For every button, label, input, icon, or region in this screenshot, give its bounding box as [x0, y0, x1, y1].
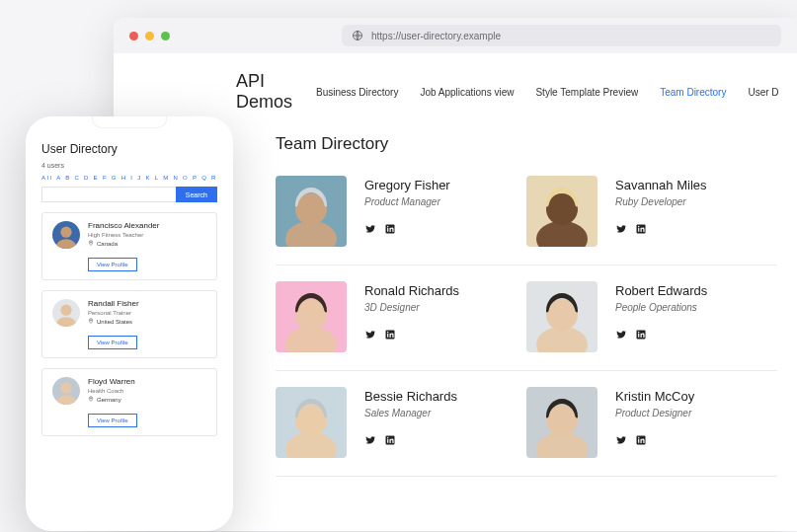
browser-toolbar: https://user-directory.example: [114, 18, 797, 53]
member-name: Kristin McCoy: [615, 389, 694, 404]
linkedin-icon[interactable]: [635, 432, 647, 450]
member-name: Robert Edwards: [615, 283, 707, 298]
svg-point-48: [90, 398, 91, 399]
user-role: Health Coach: [88, 388, 206, 394]
member-role: Product Manager: [364, 196, 450, 207]
twitter-icon[interactable]: [364, 327, 376, 344]
user-role: Personal Trainer: [88, 310, 206, 316]
member-photo: [276, 387, 347, 458]
member-name: Bessie Richards: [364, 389, 457, 404]
user-list: Francisco Alexander High Fitness Teacher…: [41, 212, 217, 436]
svg-rect-29: [387, 439, 388, 443]
view-profile-button[interactable]: View Profile: [88, 258, 137, 271]
mobile-page-title: User Directory: [41, 142, 217, 156]
svg-point-40: [90, 242, 91, 243]
member-photo: [526, 176, 598, 247]
svg-rect-17: [387, 334, 388, 338]
user-name: Randall Fisher: [88, 299, 206, 308]
svg-point-12: [638, 226, 639, 227]
svg-point-18: [387, 332, 388, 333]
alpha-filter[interactable]: All A B C D E F G H I J K L M N O P Q R …: [41, 175, 217, 181]
svg-point-42: [60, 305, 71, 316]
svg-rect-5: [387, 228, 388, 232]
team-member: Gregory Fisher Product Manager: [276, 176, 526, 266]
user-location: Canada: [88, 240, 206, 247]
svg-point-36: [638, 437, 639, 438]
close-window-icon[interactable]: [129, 32, 138, 40]
user-location: United States: [88, 318, 206, 325]
main-nav: Business Directory Job Applications view…: [316, 87, 779, 98]
maximize-window-icon[interactable]: [161, 32, 170, 40]
nav-user-directory[interactable]: User D: [748, 87, 778, 98]
address-bar[interactable]: https://user-directory.example: [342, 25, 781, 46]
url-text: https://user-directory.example: [371, 31, 501, 41]
user-name: Francisco Alexander: [88, 221, 206, 230]
page-title: Team Directory: [276, 134, 777, 154]
mobile-device: User Directory 4 users All A B C D E F G…: [26, 116, 233, 531]
brand-title: API Demos: [236, 71, 292, 113]
user-card: Francisco Alexander High Fitness Teacher…: [41, 212, 217, 280]
avatar: [52, 299, 80, 327]
member-photo: [276, 281, 347, 352]
member-role: Sales Manager: [364, 408, 457, 418]
team-grid: Gregory Fisher Product Manager Savannah …: [276, 176, 777, 493]
member-photo: [526, 281, 598, 352]
user-card: Floyd Warren Health Coach Germany View P…: [41, 368, 217, 436]
member-role: People Operations: [615, 302, 707, 313]
linkedin-icon[interactable]: [635, 221, 647, 239]
nav-business-directory[interactable]: Business Directory: [316, 87, 398, 98]
avatar: [52, 221, 80, 249]
user-count: 4 users: [41, 162, 217, 169]
avatar: [52, 377, 80, 405]
pin-icon: [88, 240, 94, 247]
svg-point-44: [90, 320, 91, 321]
member-photo: [276, 176, 347, 247]
twitter-icon[interactable]: [364, 432, 376, 450]
view-profile-button[interactable]: View Profile: [88, 336, 137, 349]
nav-team-directory[interactable]: Team Directory: [660, 87, 726, 98]
view-profile-button[interactable]: View Profile: [88, 414, 137, 427]
team-member: Kristin McCoy Product Designer: [526, 387, 777, 477]
pin-icon: [88, 318, 94, 325]
team-member: Bessie Richards Sales Manager: [276, 387, 526, 477]
twitter-icon[interactable]: [615, 221, 627, 239]
nav-job-applications[interactable]: Job Applications view: [420, 87, 514, 98]
svg-point-38: [60, 227, 71, 238]
svg-point-46: [60, 383, 71, 394]
member-name: Ronald Richards: [364, 283, 459, 298]
nav-style-template[interactable]: Style Template Preview: [535, 87, 638, 98]
svg-point-30: [387, 437, 388, 438]
search-input[interactable]: [41, 187, 176, 202]
member-role: Ruby Developer: [615, 196, 707, 207]
member-name: Gregory Fisher: [364, 178, 450, 192]
minimize-window-icon[interactable]: [145, 32, 154, 40]
team-member: Robert Edwards People Operations: [526, 281, 777, 371]
member-role: 3D Designer: [364, 302, 459, 313]
user-role: High Fitness Teacher: [88, 232, 206, 238]
user-card: Randall Fisher Personal Trainer United S…: [41, 290, 217, 358]
globe-icon: [352, 30, 363, 41]
window-controls: [129, 32, 170, 40]
user-name: Floyd Warren: [88, 377, 206, 386]
svg-rect-11: [638, 228, 639, 232]
member-name: Savannah Miles: [615, 178, 707, 192]
svg-rect-23: [638, 334, 639, 338]
linkedin-icon[interactable]: [384, 432, 396, 450]
team-member: Savannah Miles Ruby Developer: [526, 176, 777, 266]
team-member: Ronald Richards 3D Designer: [276, 281, 526, 371]
pin-icon: [88, 396, 94, 403]
twitter-icon[interactable]: [364, 221, 376, 239]
member-photo: [526, 387, 598, 458]
user-location: Germany: [88, 396, 206, 403]
device-notch: [92, 116, 167, 128]
linkedin-icon[interactable]: [635, 327, 647, 344]
twitter-icon[interactable]: [615, 327, 627, 344]
linkedin-icon[interactable]: [384, 327, 396, 344]
linkedin-icon[interactable]: [384, 221, 396, 239]
twitter-icon[interactable]: [615, 432, 627, 450]
member-role: Product Designer: [615, 408, 694, 418]
search-button[interactable]: Search: [176, 187, 217, 202]
svg-point-6: [387, 226, 388, 227]
svg-point-24: [638, 332, 639, 333]
search-row: Search: [41, 187, 217, 202]
